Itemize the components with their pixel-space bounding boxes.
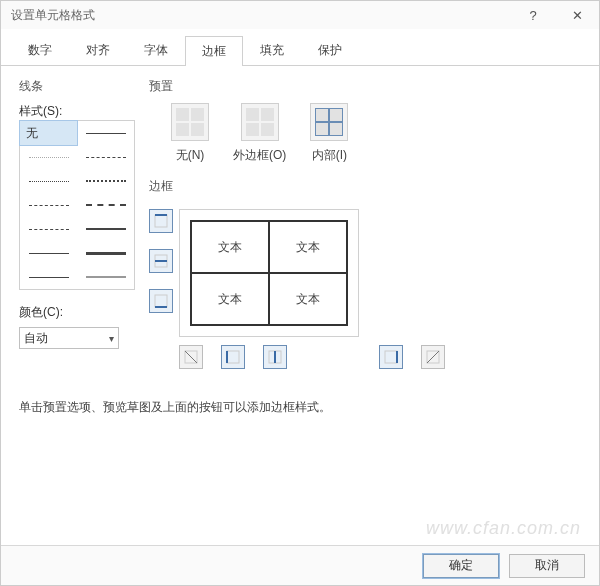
style-item[interactable] <box>77 193 134 217</box>
preset-inner[interactable]: 内部(I) <box>310 103 348 164</box>
style-none[interactable]: 无 <box>20 121 77 145</box>
tab-font[interactable]: 字体 <box>127 35 185 65</box>
svg-rect-8 <box>227 351 239 363</box>
style-item[interactable] <box>20 145 77 169</box>
tab-align[interactable]: 对齐 <box>69 35 127 65</box>
style-item[interactable] <box>77 265 134 289</box>
border-section: 文本 文本 文本 文本 <box>149 203 581 369</box>
style-listbox[interactable]: 无 <box>19 120 135 290</box>
preset-row: 无(N) 外边框(O) 内部(I) <box>171 103 581 164</box>
side-buttons-left <box>149 209 173 369</box>
border-preview[interactable]: 文本 文本 文本 文本 <box>179 209 359 337</box>
tab-protect[interactable]: 保护 <box>301 35 359 65</box>
preview-wrapper: 文本 文本 文本 文本 <box>179 203 445 369</box>
help-button[interactable]: ? <box>511 1 555 29</box>
preset-none[interactable]: 无(N) <box>171 103 209 164</box>
border-bottom-button[interactable] <box>149 289 173 313</box>
border-right-button[interactable] <box>379 345 403 369</box>
preview-cell: 文本 <box>191 221 269 273</box>
svg-rect-12 <box>385 351 397 363</box>
style-item[interactable] <box>77 145 134 169</box>
style-label: 样式(S): <box>19 103 135 120</box>
style-item[interactable] <box>20 217 77 241</box>
line-group-label: 线条 <box>19 78 135 95</box>
preview-grid: 文本 文本 文本 文本 <box>190 220 348 326</box>
preset-inner-icon <box>310 103 348 141</box>
tab-number[interactable]: 数字 <box>11 35 69 65</box>
color-dropdown[interactable]: 自动 ▾ <box>19 327 119 349</box>
titlebar: 设置单元格格式 ? ✕ <box>1 1 599 29</box>
color-row: 颜色(C): 自动 ▾ <box>19 304 135 349</box>
preview-cell: 文本 <box>269 273 347 325</box>
ok-button[interactable]: 确定 <box>423 554 499 578</box>
style-item[interactable] <box>20 241 77 265</box>
border-hmiddle-button[interactable] <box>149 249 173 273</box>
dialog-title: 设置单元格格式 <box>11 7 511 24</box>
svg-rect-4 <box>155 295 167 307</box>
watermark: www.cfan.com.cn <box>426 518 581 539</box>
color-label: 颜色(C): <box>19 304 135 321</box>
tab-strip: 数字 对齐 字体 边框 填充 保护 <box>1 29 599 66</box>
close-button[interactable]: ✕ <box>555 1 599 29</box>
style-item[interactable] <box>20 169 77 193</box>
hint-text: 单击预置选项、预览草图及上面的按钮可以添加边框样式。 <box>1 381 599 434</box>
tab-fill[interactable]: 填充 <box>243 35 301 65</box>
border-diag-down-button[interactable] <box>179 345 203 369</box>
tab-border[interactable]: 边框 <box>185 36 243 66</box>
border-top-button[interactable] <box>149 209 173 233</box>
border-group-label: 边框 <box>149 178 581 195</box>
svg-line-7 <box>185 351 197 363</box>
right-column: 预置 无(N) 外边框(O) <box>149 78 581 369</box>
line-column: 线条 样式(S): 无 颜色(C): 自 <box>19 78 135 369</box>
format-cells-dialog: 设置单元格格式 ? ✕ 数字 对齐 字体 边框 填充 保护 线条 样式(S): … <box>0 0 600 586</box>
style-item[interactable] <box>77 121 134 145</box>
preview-cell: 文本 <box>191 273 269 325</box>
svg-rect-0 <box>155 215 167 227</box>
content-area: 线条 样式(S): 无 颜色(C): 自 <box>1 66 599 381</box>
color-value: 自动 <box>24 330 48 347</box>
style-item[interactable] <box>20 265 77 289</box>
style-item[interactable] <box>20 193 77 217</box>
style-item[interactable] <box>77 217 134 241</box>
titlebar-buttons: ? ✕ <box>511 1 599 29</box>
style-item[interactable] <box>77 241 134 265</box>
preset-group-label: 预置 <box>149 78 581 95</box>
preset-none-icon <box>171 103 209 141</box>
dialog-footer: 确定 取消 <box>1 545 599 585</box>
bottom-buttons <box>179 345 445 369</box>
preset-outer-icon <box>241 103 279 141</box>
preview-cell: 文本 <box>269 221 347 273</box>
cancel-button[interactable]: 取消 <box>509 554 585 578</box>
style-item[interactable] <box>77 169 134 193</box>
border-diag-up-button[interactable] <box>421 345 445 369</box>
border-left-button[interactable] <box>221 345 245 369</box>
svg-line-15 <box>427 351 439 363</box>
border-vmiddle-button[interactable] <box>263 345 287 369</box>
chevron-down-icon: ▾ <box>109 333 114 344</box>
preset-outer[interactable]: 外边框(O) <box>233 103 286 164</box>
